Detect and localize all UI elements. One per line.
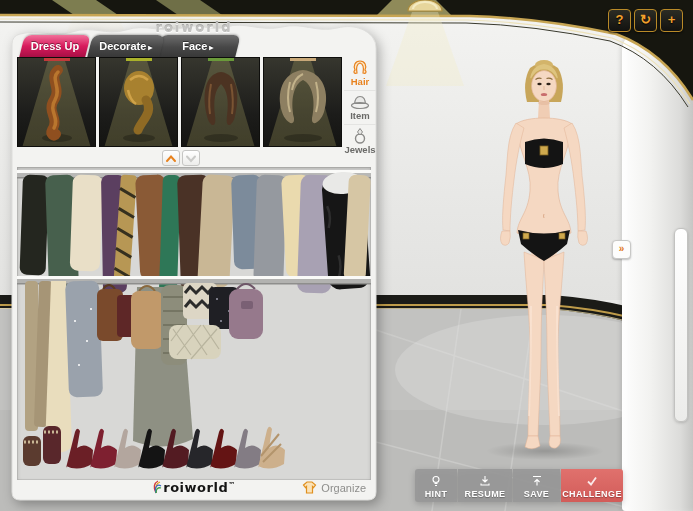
- tab-dress-up-label: Dress Up: [22, 35, 88, 57]
- hint-button[interactable]: HINT: [415, 469, 457, 502]
- action-bar: HINT RESUME SAVE CHALLENGE: [415, 469, 623, 502]
- chevron-down-icon: [185, 154, 197, 163]
- category-hair-label: Hair: [351, 76, 369, 87]
- challenge-button[interactable]: CHALLENGE: [561, 469, 623, 502]
- resume-button[interactable]: RESUME: [458, 469, 512, 502]
- panel-footer: roiworld™ Organize: [10, 480, 378, 500]
- ash-blonde-waves-hair-art: [264, 60, 342, 146]
- challenge-label: CHALLENGE: [562, 489, 622, 499]
- tab-dress-up[interactable]: Dress Up: [19, 35, 90, 57]
- closet-item-cream-quilted-clutch[interactable]: [169, 325, 221, 359]
- shirt-icon: [302, 481, 317, 494]
- trademark: ™: [228, 481, 236, 489]
- brand-wordmark: roiworld: [163, 480, 228, 495]
- closet-row2: [25, 280, 263, 452]
- chevron-up-icon: [165, 154, 177, 163]
- shoe-gray-sequin-pump[interactable]: [234, 429, 261, 469]
- game-stage: » ? ↻ +: [0, 0, 693, 511]
- auburn-wavy-hair-art: [18, 60, 96, 146]
- organize-label: Organize: [321, 482, 366, 494]
- save-label: SAVE: [524, 489, 549, 499]
- category-jewels[interactable]: Jewels: [344, 125, 376, 158]
- add-button[interactable]: +: [660, 9, 683, 32]
- arrow-right-icon: ▸: [209, 43, 213, 52]
- hair-option-auburn-wavy[interactable]: [17, 57, 96, 147]
- hat-icon: [349, 93, 371, 111]
- scroll-up-button[interactable]: [162, 150, 180, 166]
- closet-item-cream-top[interactable]: [70, 174, 103, 271]
- hair-option-ash-blonde-waves[interactable]: [263, 57, 342, 147]
- download-icon: [479, 475, 491, 487]
- tab-face[interactable]: Face▸: [155, 35, 240, 57]
- doll[interactable]: [468, 56, 620, 456]
- plus-icon: +: [668, 12, 676, 27]
- feather-icon: [152, 480, 162, 494]
- closet-item-tan-bag[interactable]: [131, 286, 163, 349]
- upload-icon: [531, 475, 543, 487]
- wig-icon: [349, 59, 371, 77]
- category-hair[interactable]: Hair: [344, 57, 376, 91]
- question-mark-icon: ?: [616, 12, 624, 27]
- hair-option-golden-updo[interactable]: [99, 57, 178, 147]
- checkmark-icon: [586, 475, 598, 487]
- help-button[interactable]: ?: [608, 9, 631, 32]
- closet-item-black-jacket[interactable]: [20, 175, 49, 276]
- closet-area: [17, 167, 371, 480]
- vertical-scrollbar[interactable]: [674, 228, 688, 422]
- panel-logo: roiworld: [10, 20, 378, 35]
- hair-option-brown-long-curls[interactable]: [181, 57, 260, 147]
- tab-face-label: Face: [182, 40, 207, 52]
- reset-button[interactable]: ↻: [634, 9, 657, 32]
- scroll-down-button[interactable]: [182, 150, 200, 166]
- shoe-dark-red-pump[interactable]: [210, 429, 237, 469]
- shoe-beige-sandal[interactable]: [258, 427, 285, 469]
- shoe-burgundy-bootie[interactable]: [43, 426, 61, 464]
- golden-updo-hair-art: [100, 60, 178, 146]
- closet-item-mauve-bag[interactable]: [229, 284, 263, 339]
- category-jewels-label: Jewels: [344, 144, 375, 155]
- lightbulb-icon: [430, 475, 442, 487]
- save-button[interactable]: SAVE: [513, 469, 560, 502]
- window-buttons: ? ↻ +: [608, 9, 683, 32]
- tab-decorate-label: Decorate: [99, 40, 146, 52]
- shoe-brown-bootie[interactable]: [23, 436, 41, 466]
- refresh-icon: ↻: [640, 12, 651, 27]
- hint-label: HINT: [425, 489, 448, 499]
- tab-decorate[interactable]: Decorate▸: [87, 35, 164, 57]
- closet-item-tan-coat[interactable]: [197, 174, 235, 288]
- resume-label: RESUME: [465, 489, 506, 499]
- shoe-red-pump[interactable]: [90, 429, 117, 469]
- arrow-right-icon: ▸: [148, 43, 152, 52]
- dressup-panel: roiworld Dress Up Decorate▸ Face▸: [10, 14, 378, 502]
- bikini-top: [525, 139, 563, 169]
- organize-button[interactable]: Organize: [302, 481, 366, 494]
- category-column: Hair Item Jewels: [344, 57, 376, 158]
- brown-long-curls-hair-art: [182, 60, 260, 146]
- category-item[interactable]: Item: [344, 91, 376, 125]
- ring-icon: [349, 127, 371, 145]
- category-item-label: Item: [350, 110, 370, 121]
